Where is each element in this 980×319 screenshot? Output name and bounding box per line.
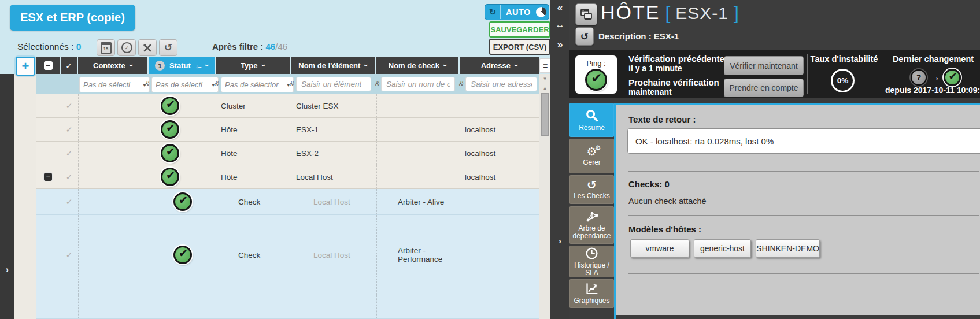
tools-button[interactable] <box>138 39 157 56</box>
statut-cell: ✔ <box>149 215 215 295</box>
vertical-scrollbar[interactable] <box>541 93 549 136</box>
element-cell: Local Host <box>291 165 375 188</box>
table-row[interactable]: − ✓ ✔ Hôte Local Host localhost <box>36 165 539 189</box>
bulk-actions-toolbar: 15 ✓ ↺ <box>97 39 177 56</box>
tab-label: Gérer <box>582 159 602 166</box>
table-row[interactable]: ✓ ✔ Cluster Cluster ESX <box>36 94 539 118</box>
element-cell: Local Host <box>291 189 375 214</box>
scroll-down-icon[interactable]: ▾ <box>541 76 549 81</box>
element-cell <box>291 295 375 318</box>
table-row[interactable]: ✓ ✔ Hôte ESX-2 localhost <box>36 142 539 165</box>
expand-right-icon[interactable]: » <box>550 39 569 51</box>
entity-description: Description : ESX-1 <box>598 31 679 41</box>
filter-check-input[interactable] <box>381 77 455 91</box>
header-select-all[interactable]: ✓ <box>61 57 77 74</box>
table-row[interactable] <box>36 295 539 319</box>
auto-refresh-button[interactable]: ↻ AUTO <box>485 4 549 20</box>
after-filter-status: Après filtre : 46/46 <box>212 42 287 51</box>
table-panel: ESX et ERP (copie) Sélectionnés : 0 15 ✓… <box>0 0 550 319</box>
add-row-button[interactable]: + <box>16 57 35 76</box>
filter-statut-select[interactable]: Pas de sélecti ▾ <box>151 77 219 92</box>
check-icon: ✓ <box>66 197 73 206</box>
tab-label: Historique / SLA <box>569 262 614 277</box>
statut-cell: ✔ <box>149 142 215 165</box>
ping-status-card: Ping : ✔ <box>575 55 617 94</box>
chevron-down-icon: › <box>259 64 268 66</box>
tab-resume[interactable]: Résumé <box>569 103 614 137</box>
chevron-down-icon: › <box>512 64 521 66</box>
check-glyph: ✔ <box>166 145 175 158</box>
element-cell: ESX-1 <box>291 118 375 141</box>
acknowledge-button[interactable]: Prendre en compte <box>724 79 804 97</box>
contexte-cell <box>78 118 147 141</box>
selected-cell[interactable]: ✓ <box>61 165 77 188</box>
type-cell: Hôte <box>216 118 290 141</box>
resize-panels-icon[interactable]: ↔ <box>550 20 569 30</box>
save-button[interactable]: SAUVEGARDER <box>489 21 550 38</box>
header-element[interactable]: Nom de l'élément › <box>291 57 375 74</box>
expander-cell <box>36 142 60 165</box>
header-type[interactable]: Type › <box>216 57 290 74</box>
output-label: Texte de retour : <box>628 114 696 124</box>
column-menu-button[interactable]: ≡ <box>539 58 550 73</box>
expander-cell <box>36 189 60 214</box>
panel-divider[interactable]: « ↔ » › <box>550 0 569 319</box>
filter-contexte-select[interactable]: Pas de sélecti ▾ <box>79 77 150 92</box>
selected-cell[interactable]: ✓ <box>61 189 77 214</box>
table-row[interactable]: ✓ ✔ Check Local Host Arbiter - Alive <box>36 189 539 215</box>
scroll-up-icon[interactable]: ▴ <box>541 85 549 91</box>
left-collapse-strip[interactable]: › <box>0 74 14 319</box>
undo-button[interactable]: ↺ <box>159 39 177 56</box>
collapse-left-icon[interactable]: « <box>550 2 569 14</box>
template-button-shinken-demo[interactable]: SHINKEN-DEMO <box>756 239 820 258</box>
element-cell: ESX-2 <box>291 142 375 165</box>
template-button-vmware[interactable]: vmware <box>630 239 689 258</box>
export-csv-button[interactable]: EXPORT (CSV) <box>489 39 550 55</box>
selected-label: Sélectionnés : 0 <box>17 42 81 52</box>
filter-adresse-input[interactable] <box>465 77 537 91</box>
selected-cell[interactable]: ✓ <box>61 94 77 117</box>
check-glyph: ✔ <box>948 70 957 83</box>
check-icon: ✓ <box>66 250 73 259</box>
status-ok-icon: ✔ <box>585 69 607 91</box>
tab-arbre-dependance[interactable]: Arbre de dépendance <box>569 206 614 244</box>
selected-cell[interactable]: ✓ <box>61 215 77 295</box>
ping-label: Ping : <box>586 59 605 68</box>
arrow-right-icon: → <box>930 72 940 83</box>
acknowledge-button[interactable]: ✓ <box>117 39 136 56</box>
tab-graphiques[interactable]: Graphiques <box>569 279 614 308</box>
header-contexte[interactable]: Contexte › <box>78 57 147 74</box>
check-icon: ✓ <box>66 172 73 181</box>
selected-text: Sélectionnés : <box>17 42 73 51</box>
flapping-value-badge: 0% <box>831 69 855 92</box>
entity-name: ESX-1 <box>675 3 728 23</box>
header-adresse[interactable]: Adresse › <box>460 57 539 74</box>
chevron-right-icon[interactable]: › <box>550 236 569 246</box>
search-icon <box>585 109 599 123</box>
contexte-cell <box>78 94 147 117</box>
tab-gerer[interactable]: ⚙⚙ Gérer <box>569 139 614 173</box>
filter-value: Pas de sélecti <box>156 80 202 89</box>
reload-entity-button[interactable]: ↺ <box>575 27 594 46</box>
header-statut[interactable]: 1 Statut ↓≡ › <box>149 57 215 74</box>
header-check[interactable]: Nom de check › <box>376 57 458 74</box>
chevron-down-icon: › <box>441 64 450 66</box>
view-title-button[interactable]: ESX et ERP (copie) <box>10 5 135 31</box>
filter-element-input[interactable] <box>296 77 371 91</box>
host-window-button[interactable] <box>575 3 597 25</box>
gears-icon: ⚙⚙ <box>587 146 597 157</box>
refresh-icon: ↺ <box>580 31 589 43</box>
schedule-button[interactable]: 15 <box>97 39 115 56</box>
filter-type-select[interactable]: Pas de sélectior ▾ <box>221 77 294 92</box>
page-title: HÔTE [ ESX-1 ] <box>601 1 739 24</box>
check-now-button[interactable]: Vérifier maintenant <box>724 56 804 75</box>
tab-les-checks[interactable]: ↺ Les Checks <box>569 175 614 204</box>
expander-cell[interactable]: − <box>36 165 60 188</box>
header-collapse-all[interactable]: − <box>36 57 60 74</box>
selected-cell[interactable]: ✓ <box>61 118 77 141</box>
table-row[interactable]: ✓ ✔ Hôte ESX-1 localhost <box>36 118 539 142</box>
tab-historique-sla[interactable]: Historique / SLA <box>569 246 614 277</box>
template-button-generic-host[interactable]: generic-host <box>694 239 751 258</box>
selected-cell[interactable]: ✓ <box>61 142 77 165</box>
table-row[interactable]: ✓ ✔ Check Local Host Arbiter - Performan… <box>36 215 539 295</box>
